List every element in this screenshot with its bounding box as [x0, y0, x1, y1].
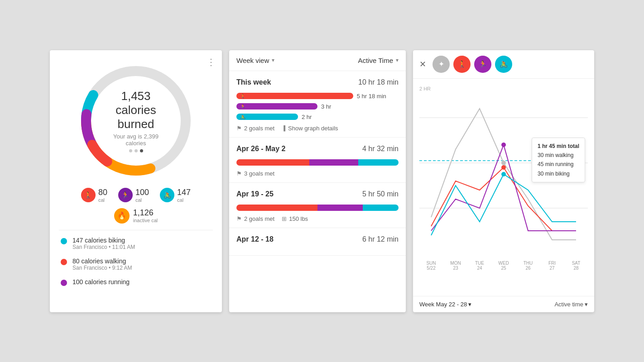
apr19-time: 5 hr 50 min	[362, 190, 399, 198]
walking-bar-row: 🚶 5 hr 18 min	[236, 93, 399, 100]
week-selector[interactable]: Week May 22 - 28 ▾	[419, 301, 471, 308]
apr12-section: Apr 12 - 18 6 hr 12 min	[229, 228, 406, 256]
running-bar-row: 🏃 3 hr	[236, 103, 399, 110]
walking-dot-wed	[501, 165, 506, 170]
biking-activity-sub: San Francisco • 11:01 AM	[72, 244, 135, 250]
running-icon: 🏃	[118, 188, 133, 202]
walking-filter-button[interactable]: 🚶	[453, 56, 471, 73]
activity-item-biking: 147 calories biking San Francisco • 11:0…	[61, 237, 211, 250]
biking-activity-title: 147 calories biking	[72, 237, 135, 244]
dot-3	[140, 149, 143, 152]
running-bar-icon: 🏃	[240, 104, 245, 109]
more-menu-icon[interactable]: ⋮	[207, 57, 216, 67]
apr19-teal-seg	[363, 205, 399, 211]
apr12-row: Apr 12 - 18 6 hr 12 min	[236, 235, 399, 243]
biking-activity-text: 147 calories biking San Francisco • 11:0…	[72, 237, 135, 250]
biking-filter-icon: 🚴	[500, 60, 508, 68]
apr26-section: Apr 26 - May 2 4 hr 32 min ⚑ 3 goals met	[229, 138, 406, 183]
svg-text:5/22: 5/22	[427, 266, 436, 271]
activity-item-running: 100 calories running	[61, 278, 211, 286]
apr26-goals: ⚑ 3 goals met	[236, 170, 274, 177]
dot-1	[129, 149, 132, 152]
walking-info: 80 cal	[98, 188, 107, 203]
graph-label[interactable]: Show graph details	[288, 125, 338, 132]
metric-label[interactable]: Active Time	[358, 57, 393, 64]
apr19-red-seg	[236, 205, 317, 211]
biking-bar: 🚴	[236, 114, 298, 120]
panel2-header: Week view ▾ Active Time ▾	[229, 50, 406, 71]
biking-info: 147 cal	[177, 188, 191, 203]
apr19-title: Apr 19 - 25	[236, 190, 274, 198]
apr26-combined-bar	[236, 159, 399, 166]
page-dots	[106, 149, 165, 152]
this-week-title: This week	[236, 78, 271, 86]
all-activities-button[interactable]: ✦	[433, 56, 450, 73]
svg-text:28: 28	[573, 266, 579, 271]
calories-panel: ⋮ 1,453 calories burned Your avg is 2,39…	[50, 50, 222, 312]
running-dot-wed	[501, 143, 506, 147]
dot-2	[135, 149, 138, 152]
apr19-purple-seg	[317, 205, 363, 211]
close-button[interactable]: ✕	[419, 59, 426, 69]
activity-list: 147 calories biking San Francisco • 11:0…	[59, 237, 213, 286]
biking-bar-icon: 🚴	[240, 114, 245, 119]
svg-text:SAT: SAT	[572, 261, 581, 266]
inactive-info: 1,126 inactive cal	[133, 208, 158, 223]
week-panel: Week view ▾ Active Time ▾ This week 10 h…	[229, 50, 406, 312]
apr19-goals-text: 2 goals met	[244, 215, 274, 222]
walking-activity-title: 80 calories walking	[72, 257, 132, 265]
walking-bar-icon: 🚶	[240, 94, 245, 99]
week-view-chevron[interactable]: ▾	[272, 57, 274, 63]
show-graph-button[interactable]: ▐ Show graph details	[282, 125, 338, 132]
inactive-row: 🔥 1,126 inactive cal	[59, 208, 213, 224]
donut-center-text: 1,453 calories burned Your avg is 2,399 …	[106, 89, 165, 152]
all-activities-icon: ✦	[438, 60, 444, 68]
biking-icon: 🚴	[160, 188, 174, 202]
walking-dot	[61, 259, 67, 265]
apr26-row: Apr 26 - May 2 4 hr 32 min	[236, 145, 399, 153]
metric-chevron[interactable]: ▾	[396, 57, 399, 63]
running-value: 100	[135, 188, 149, 197]
active-time-chevron-icon: ▾	[585, 301, 588, 308]
this-week-section: This week 10 hr 18 min 🚶 5 hr 18 min 🏃 3…	[229, 71, 406, 138]
running-stat: 🏃 100 cal	[118, 188, 149, 203]
svg-text:WED: WED	[498, 261, 509, 266]
svg-text:TUE: TUE	[475, 261, 484, 266]
biking-unit: cal	[177, 197, 191, 203]
chart-area: 2 HR	[413, 79, 594, 296]
walking-filter-icon: 🚶	[458, 60, 466, 68]
donut-chart: 1,453 calories burned Your avg is 2,399 …	[77, 62, 195, 180]
apr19-goals: ⚑ 2 goals met	[236, 215, 274, 222]
running-unit: cal	[135, 197, 149, 203]
walking-activity-text: 80 calories walking San Francisco • 9:12…	[72, 257, 132, 271]
apr12-title: Apr 12 - 18	[236, 235, 274, 243]
apr19-weight-text: 150 lbs	[289, 215, 308, 222]
apr19-weight: ⊞ 150 lbs	[282, 215, 308, 222]
apr26-teal-seg	[358, 159, 399, 166]
graph-icon: ▐	[282, 125, 285, 131]
flag-icon: ⚑	[236, 125, 242, 132]
svg-text:THU: THU	[524, 261, 533, 266]
this-week-row: This week 10 hr 18 min	[236, 78, 399, 86]
svg-text:MON: MON	[450, 261, 461, 266]
inactive-value: 1,126	[133, 208, 158, 218]
active-time-selector[interactable]: Active time ▾	[554, 301, 588, 308]
stats-row: 🚶 80 cal 🏃 100 cal 🚴 147 cal	[59, 188, 213, 203]
svg-text:SUN: SUN	[426, 261, 436, 266]
tooltip-running: 45 min running	[538, 160, 579, 169]
calories-burned-label: burned	[106, 117, 165, 131]
chart-header: ✕ ✦ 🚶 🏃 🚴	[413, 50, 594, 79]
week-range-label: Week May 22 - 28	[419, 301, 467, 308]
running-bar: 🏃	[236, 103, 317, 110]
biking-dot-wed	[501, 172, 506, 176]
biking-filter-button[interactable]: 🚴	[495, 56, 512, 73]
biking-dot	[61, 238, 67, 244]
apr26-purple-seg	[309, 159, 358, 166]
biking-stat: 🚴 147 cal	[160, 188, 191, 203]
week-view-label[interactable]: Week view	[236, 57, 269, 64]
walking-icon: 🚶	[81, 188, 96, 202]
running-filter-button[interactable]: 🏃	[474, 56, 491, 73]
total-dot-wed	[501, 161, 506, 165]
apr26-red-seg	[236, 159, 309, 166]
week-chevron-icon: ▾	[468, 301, 471, 308]
